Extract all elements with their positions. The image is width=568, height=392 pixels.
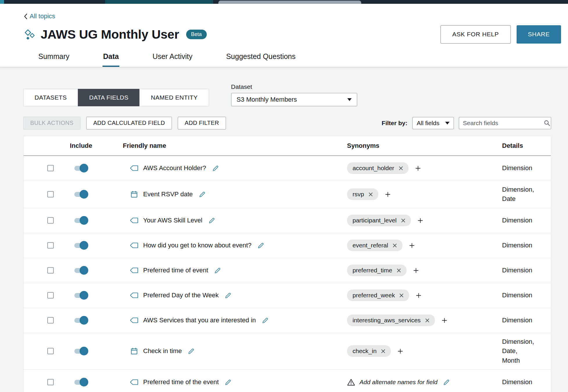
page-title: JAWS UG Monthly User	[41, 27, 179, 42]
segment-data-fields[interactable]: DATA FIELDS	[78, 89, 140, 106]
tab-summary[interactable]: Summary	[38, 52, 70, 67]
nav-highlight	[105, 0, 213, 4]
pencil-icon[interactable]	[208, 217, 215, 224]
tab-suggested-questions[interactable]: Suggested Questions	[226, 52, 296, 67]
include-toggle[interactable]	[74, 293, 88, 298]
segment-named-entity[interactable]: NAMED ENTITY	[139, 89, 209, 106]
field-details: Dimension	[502, 159, 551, 177]
plus-icon[interactable]	[416, 293, 421, 298]
plus-icon[interactable]	[416, 166, 420, 171]
close-icon[interactable]	[399, 166, 403, 170]
table-header-row: Include Friendly name Synonyms Details	[24, 136, 551, 156]
synonym-label: event_referal	[353, 242, 388, 249]
pencil-icon[interactable]	[188, 348, 195, 355]
tag-icon	[130, 317, 138, 324]
row-checkbox[interactable]	[47, 317, 54, 323]
include-toggle[interactable]	[74, 349, 88, 354]
close-icon[interactable]	[401, 218, 405, 223]
row-checkbox[interactable]	[47, 292, 54, 299]
breadcrumb-all-topics[interactable]: All topics	[24, 12, 55, 20]
include-toggle[interactable]	[74, 268, 88, 273]
plus-icon[interactable]	[409, 243, 414, 248]
filter-select-value: All fields	[417, 120, 439, 127]
plus-icon[interactable]	[442, 318, 447, 323]
plus-icon[interactable]	[414, 268, 418, 273]
field-name: Your AWS Skill Level	[143, 217, 202, 224]
field-name: Event RSVP date	[143, 190, 193, 198]
plus-icon[interactable]	[385, 192, 390, 197]
close-icon[interactable]	[393, 243, 397, 248]
add-calculated-field-button[interactable]: ADD CALCULATED FIELD	[86, 117, 172, 130]
field-name: Preferred time of event	[143, 267, 208, 274]
tab-data[interactable]: Data	[103, 52, 119, 67]
breadcrumb-label: All topics	[30, 12, 55, 20]
include-toggle[interactable]	[74, 318, 88, 323]
row-checkbox[interactable]	[47, 267, 54, 274]
tab-bar: Summary Data User Activity Suggested Que…	[24, 52, 561, 67]
synonym-label: interesting_aws_services	[353, 317, 421, 324]
field-name: How did you get to know about event?	[143, 242, 251, 249]
top-search-bar[interactable]	[218, 1, 361, 4]
column-header-include: Include	[69, 142, 93, 150]
field-details: Dimension, Date, Month	[502, 333, 551, 370]
ask-for-help-button[interactable]: ASK FOR HELP	[441, 25, 511, 44]
row-checkbox[interactable]	[47, 191, 54, 197]
synonym-label: preferred_week	[353, 292, 395, 299]
pencil-icon[interactable]	[214, 267, 221, 274]
plus-icon[interactable]	[398, 349, 403, 354]
filter-by-label: Filter by:	[382, 120, 407, 127]
include-toggle[interactable]	[74, 243, 88, 248]
close-icon[interactable]	[397, 268, 401, 273]
field-details: Dimension	[502, 373, 551, 391]
bulk-actions-button[interactable]: BULK ACTIONS	[23, 117, 80, 130]
pencil-icon[interactable]	[199, 191, 206, 198]
pencil-icon[interactable]	[225, 292, 231, 299]
data-fields-table: Include Friendly name Synonyms Details A…	[23, 136, 551, 392]
table-row: How did you get to know about event? eve…	[24, 233, 551, 258]
row-checkbox[interactable]	[47, 217, 54, 224]
view-controls-row: DATASETS DATA FIELDS NAMED ENTITY Datase…	[23, 83, 551, 106]
pencil-icon[interactable]	[212, 165, 219, 172]
close-icon[interactable]	[381, 349, 385, 353]
pencil-icon[interactable]	[225, 379, 231, 386]
close-icon[interactable]	[425, 318, 429, 323]
row-checkbox[interactable]	[47, 242, 54, 249]
close-icon[interactable]	[399, 293, 404, 298]
synonym-chip: interesting_aws_services	[347, 314, 435, 326]
row-checkbox[interactable]	[47, 379, 54, 385]
synonym-chip: participant_level	[347, 215, 411, 226]
tag-icon	[130, 267, 138, 274]
field-details: Dimension	[502, 262, 551, 279]
table-row: Preferred time of event preferred_time D…	[24, 258, 551, 283]
row-checkbox[interactable]	[47, 348, 54, 354]
calendar-icon	[130, 347, 138, 355]
field-details: Dimension	[502, 212, 551, 229]
tab-user-activity[interactable]: User Activity	[152, 52, 193, 67]
add-filter-button[interactable]: ADD FILTER	[178, 117, 226, 130]
pencil-icon[interactable]	[258, 242, 264, 249]
table-row: Preferred Day of the Week preferred_week…	[24, 283, 551, 308]
dataset-label: Dataset	[231, 83, 357, 90]
synonym-chip: preferred_week	[347, 289, 409, 301]
close-icon[interactable]	[369, 192, 373, 197]
tag-icon	[130, 292, 138, 299]
add-synonyms-placeholder[interactable]: Add alternate names for field	[360, 379, 438, 386]
include-toggle[interactable]	[74, 192, 88, 197]
include-toggle[interactable]	[74, 218, 88, 223]
include-toggle[interactable]	[74, 380, 88, 385]
filter-field-select[interactable]: All fields	[412, 117, 454, 129]
table-row: AWS Account Holder? account_holder Dimen…	[24, 156, 551, 181]
search-fields-input[interactable]	[463, 120, 542, 127]
table-row: Preferred time of the event Add alternat…	[24, 370, 551, 392]
dataset-select[interactable]: S3 Monthly Members	[231, 93, 357, 106]
share-button[interactable]: SHARE	[517, 25, 561, 44]
synonym-label: check_in	[353, 348, 377, 355]
plus-icon[interactable]	[418, 218, 423, 223]
table-row: Your AWS Skill Level participant_level D…	[24, 208, 551, 233]
pencil-icon[interactable]	[262, 317, 269, 324]
pencil-icon[interactable]	[443, 379, 450, 386]
row-checkbox[interactable]	[47, 165, 54, 171]
tag-icon	[130, 242, 138, 249]
segment-datasets[interactable]: DATASETS	[23, 89, 78, 106]
include-toggle[interactable]	[74, 166, 88, 171]
